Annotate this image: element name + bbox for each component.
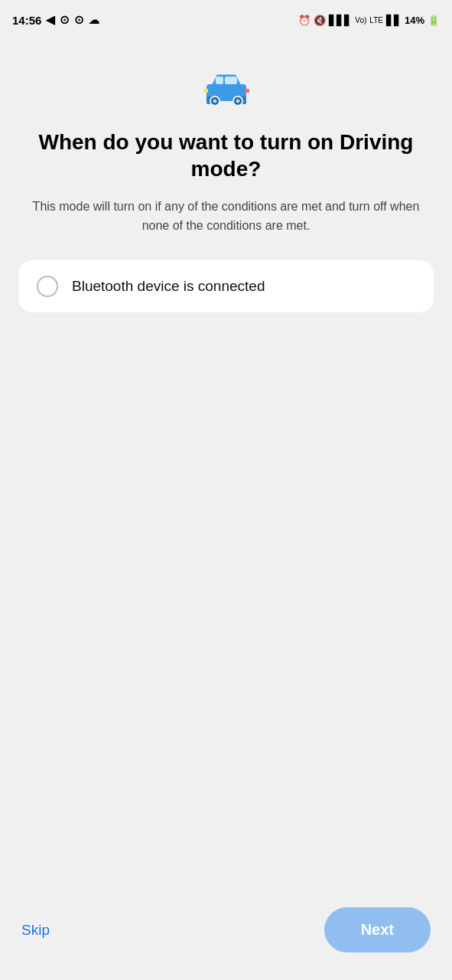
svg-rect-9 xyxy=(203,89,208,93)
options-container: Bluetooth device is connected xyxy=(18,260,434,312)
alarm-icon: ⏰ xyxy=(298,15,311,26)
svg-point-6 xyxy=(213,100,216,103)
status-bar: 14:56 ◀ ⊙ ⊙ ☁ ⏰ 🔇 ▋▋▋ Vo) LTE ▋▋ 14% 🔋 xyxy=(0,0,452,40)
signal-icon: ▋▋▋ xyxy=(329,15,352,26)
instagram-icon: ⊙ xyxy=(74,13,84,27)
page-description: This mode will turn on if any of the con… xyxy=(18,198,434,236)
option-bluetooth[interactable]: Bluetooth device is connected xyxy=(31,260,421,312)
svg-rect-3 xyxy=(216,77,223,84)
main-content: When do you want to turn on Driving mode… xyxy=(0,40,452,889)
status-right: ⏰ 🔇 ▋▋▋ Vo) LTE ▋▋ 14% 🔋 xyxy=(298,15,440,26)
option-bluetooth-label: Bluetooth device is connected xyxy=(72,278,265,295)
skip-button[interactable]: Skip xyxy=(21,922,50,939)
navigation-icon: ◀ xyxy=(46,13,55,27)
svg-rect-10 xyxy=(245,89,249,93)
battery-display: 14% xyxy=(405,15,424,26)
time-display: 14:56 xyxy=(12,14,41,27)
car-icon xyxy=(203,70,249,107)
cloud-icon: ☁ xyxy=(89,14,99,26)
lte-icon: LTE xyxy=(369,16,383,24)
circle-icon: ⊙ xyxy=(60,13,70,27)
radio-bluetooth[interactable] xyxy=(37,276,58,297)
page-title: When do you want to turn on Driving mode… xyxy=(18,129,434,182)
mute-icon: 🔇 xyxy=(314,15,326,26)
battery-icon: 🔋 xyxy=(428,15,440,26)
svg-rect-4 xyxy=(225,77,237,84)
status-left: 14:56 ◀ ⊙ ⊙ ☁ xyxy=(12,13,99,27)
car-icon-container xyxy=(203,70,249,110)
svg-point-8 xyxy=(236,100,239,103)
bottom-bar: Skip Next xyxy=(0,889,452,980)
signal2-icon: ▋▋ xyxy=(386,15,402,26)
next-button[interactable]: Next xyxy=(324,907,431,952)
voip-icon: Vo) xyxy=(355,16,366,24)
